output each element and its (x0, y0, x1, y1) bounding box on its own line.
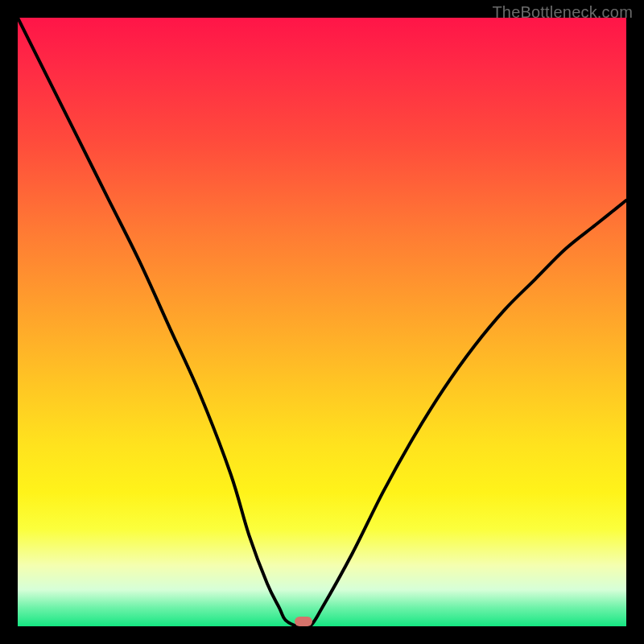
curve-path (18, 18, 626, 626)
plot-area (18, 18, 626, 626)
optimal-point-marker (295, 617, 312, 626)
watermark-text: TheBottleneck.com (492, 3, 633, 22)
bottleneck-curve (18, 18, 626, 626)
chart-stage: TheBottleneck.com (0, 0, 644, 644)
